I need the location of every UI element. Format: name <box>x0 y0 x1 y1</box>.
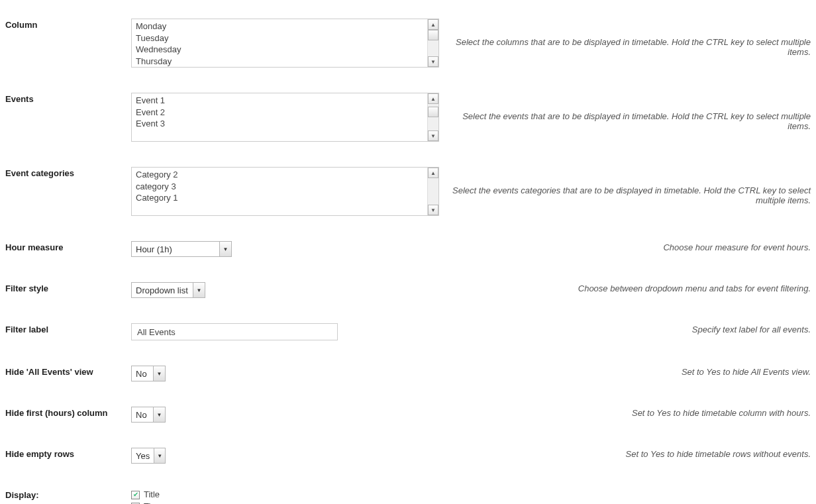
desc-events: Select the events that are to be display… <box>439 93 811 131</box>
scroll-down-icon[interactable]: ▼ <box>428 56 438 67</box>
hour-measure-select[interactable]: Hour (1h) ▼ <box>131 241 232 257</box>
hide-empty-rows-select[interactable]: Yes ▼ <box>131 448 166 464</box>
scroll-thumb[interactable] <box>428 30 438 40</box>
desc-hide-empty-rows: Set to Yes to hide timetable rows withou… <box>439 448 811 459</box>
column-option[interactable]: Wednesday <box>136 44 423 56</box>
desc-hide-all-events: Set to Yes to hide All Events view. <box>439 366 811 377</box>
checkbox-label: Time <box>144 501 162 504</box>
categories-option[interactable]: category 3 <box>136 181 423 193</box>
events-option[interactable]: Event 2 <box>136 107 423 119</box>
select-value: Yes <box>132 451 154 461</box>
select-value: Hour (1h) <box>132 244 176 254</box>
hide-first-col-select[interactable]: No ▼ <box>131 407 166 423</box>
chevron-down-icon: ▼ <box>193 283 205 297</box>
select-value: No <box>132 369 151 379</box>
chevron-down-icon: ▼ <box>153 407 165 422</box>
hide-all-events-select[interactable]: No ▼ <box>131 366 166 381</box>
desc-categories: Select the events categories that are to… <box>439 167 811 205</box>
scroll-down-icon[interactable]: ▼ <box>428 130 438 141</box>
label-hour-measure: Hour measure <box>5 241 131 252</box>
label-events: Events <box>5 93 131 104</box>
scroll-thumb[interactable] <box>428 107 438 117</box>
scroll-down-icon[interactable]: ▼ <box>428 205 438 215</box>
desc-column: Select the columns that are to be displa… <box>439 19 811 57</box>
scroll-up-icon[interactable]: ▲ <box>428 19 438 30</box>
desc-filter-style: Choose between dropdown menu and tabs fo… <box>439 282 811 293</box>
label-hide-first-col: Hide first (hours) column <box>5 407 131 418</box>
desc-hide-first-col: Set to Yes to hide timetable column with… <box>439 407 811 418</box>
column-listbox[interactable]: Monday Tuesday Wednesday Thursday ▲ ▼ <box>131 19 439 68</box>
categories-option[interactable]: Category 1 <box>136 192 423 204</box>
categories-option[interactable]: Category 2 <box>136 169 423 181</box>
scrollbar[interactable]: ▲ ▼ <box>427 19 438 67</box>
events-listbox[interactable]: Event 1 Event 2 Event 3 ▲ ▼ <box>131 93 439 142</box>
label-hide-empty-rows: Hide empty rows <box>5 448 131 459</box>
categories-listbox[interactable]: Category 2 category 3 Category 1 ▲ ▼ <box>131 167 439 216</box>
label-categories: Event categories <box>5 167 131 178</box>
scrollbar[interactable]: ▲ ▼ <box>427 93 438 141</box>
label-filter-style: Filter style <box>5 282 131 293</box>
chevron-down-icon: ▼ <box>219 242 231 256</box>
column-option[interactable]: Thursday <box>136 56 423 67</box>
filter-style-select[interactable]: Dropdown list ▼ <box>131 282 205 298</box>
checkbox-label: Title <box>144 489 160 501</box>
desc-display: Check the event parameter(s) to be displ… <box>439 489 811 504</box>
column-option[interactable]: Tuesday <box>136 32 423 44</box>
events-option[interactable]: Event 1 <box>136 95 423 107</box>
label-column: Column <box>5 19 131 30</box>
column-option[interactable]: Monday <box>136 21 423 32</box>
select-value: No <box>132 410 151 420</box>
scroll-up-icon[interactable]: ▲ <box>428 168 438 178</box>
label-filter-label: Filter label <box>5 323 131 334</box>
scrollbar[interactable]: ▲ ▼ <box>427 168 438 215</box>
select-value: Dropdown list <box>132 285 192 295</box>
chevron-down-icon: ▼ <box>153 366 165 381</box>
checkbox-title[interactable] <box>131 491 140 499</box>
chevron-down-icon: ▼ <box>154 448 165 463</box>
filter-label-input[interactable] <box>131 323 338 340</box>
scroll-up-icon[interactable]: ▲ <box>428 93 438 104</box>
desc-hour-measure: Choose hour measure for event hours. <box>439 241 811 252</box>
label-display: Display: <box>5 489 131 500</box>
label-hide-all-events: Hide 'All Events' view <box>5 366 131 377</box>
events-option[interactable]: Event 3 <box>136 118 423 130</box>
desc-filter-label: Specify text label for all events. <box>439 323 811 334</box>
